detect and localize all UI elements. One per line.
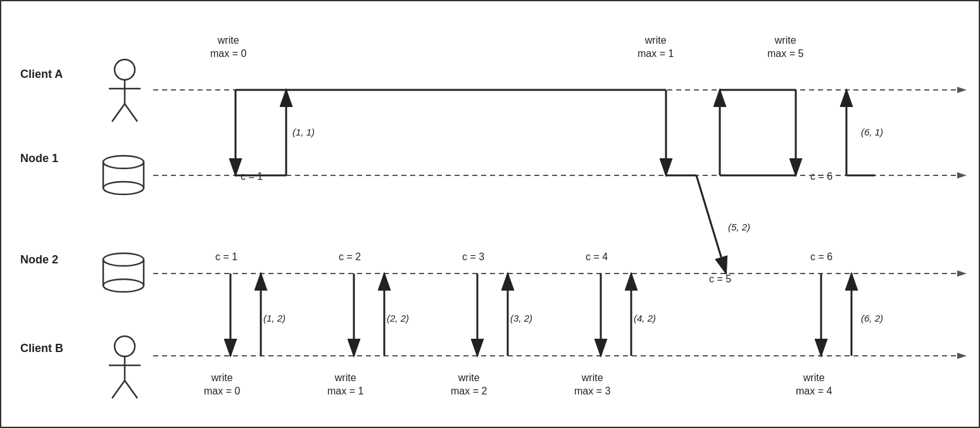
svg-point-7 xyxy=(103,156,144,168)
svg-marker-21 xyxy=(957,87,967,93)
svg-point-15 xyxy=(115,336,135,356)
svg-line-5 xyxy=(112,104,125,122)
diagram-container: Client A Node 1 Node 2 Client B writemax… xyxy=(0,0,980,428)
svg-line-19 xyxy=(125,381,137,398)
svg-marker-27 xyxy=(957,353,967,359)
diagram-svg xyxy=(1,1,980,428)
svg-point-10 xyxy=(103,182,144,194)
svg-point-2 xyxy=(115,60,135,80)
svg-line-6 xyxy=(125,104,137,122)
svg-point-14 xyxy=(103,279,144,292)
svg-point-11 xyxy=(103,253,144,266)
svg-marker-25 xyxy=(957,270,967,277)
svg-marker-23 xyxy=(957,172,967,179)
svg-line-44 xyxy=(696,175,726,274)
svg-line-18 xyxy=(112,381,125,398)
